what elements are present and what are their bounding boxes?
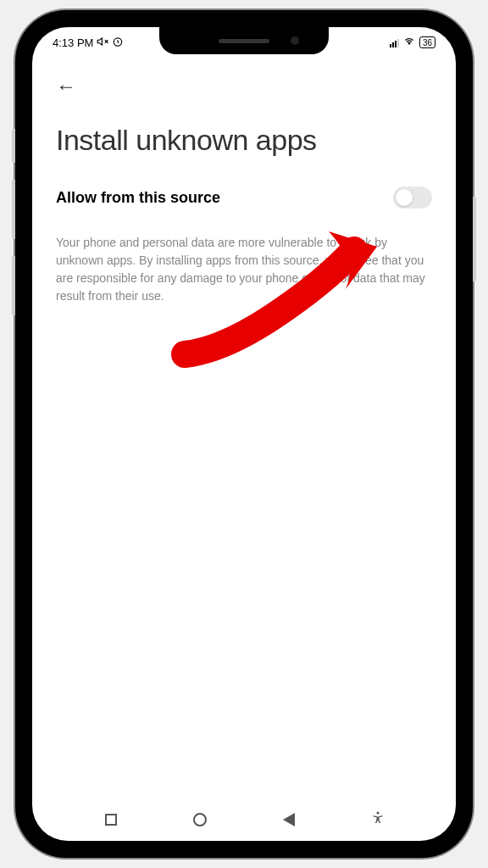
back-nav-icon (283, 813, 295, 826)
mute-icon (97, 36, 108, 50)
home-icon (193, 813, 207, 826)
page-title: Install unknown apps (56, 124, 432, 157)
phone-notch (159, 27, 329, 54)
speaker (219, 39, 269, 43)
battery-percent: 36 (423, 38, 432, 47)
svg-point-3 (376, 811, 379, 814)
nav-back-button[interactable] (272, 803, 306, 837)
battery-icon: 36 (419, 36, 435, 48)
navigation-bar (32, 798, 456, 841)
signal-icon (390, 37, 399, 47)
wifi-icon (402, 36, 416, 49)
phone-screen: 4:13 PM (32, 27, 456, 841)
phone-frame: 4:13 PM (15, 10, 473, 858)
toggle-knob (396, 189, 413, 206)
allow-source-row[interactable]: Allow from this source (56, 186, 432, 209)
allow-source-toggle[interactable] (393, 186, 432, 209)
nav-accessibility-button[interactable] (361, 803, 395, 837)
side-button (12, 129, 15, 163)
volume-up-button (12, 180, 15, 239)
front-camera (291, 36, 299, 45)
accessibility-icon (370, 810, 385, 830)
back-arrow-icon: ← (56, 75, 76, 98)
status-right: 36 (390, 36, 435, 49)
status-left: 4:13 PM (53, 36, 124, 50)
alarm-icon (112, 36, 124, 50)
back-button[interactable]: ← (56, 75, 80, 98)
status-time: 4:13 PM (53, 36, 93, 49)
volume-down-button (12, 256, 15, 315)
content-area: ← Install unknown apps Allow from this s… (32, 58, 456, 798)
warning-description: Your phone and personal data are more vu… (56, 234, 432, 305)
nav-recents-button[interactable] (94, 803, 128, 837)
power-button (473, 197, 476, 281)
recents-icon (105, 814, 117, 826)
allow-source-label: Allow from this source (56, 189, 220, 207)
nav-home-button[interactable] (183, 803, 217, 837)
